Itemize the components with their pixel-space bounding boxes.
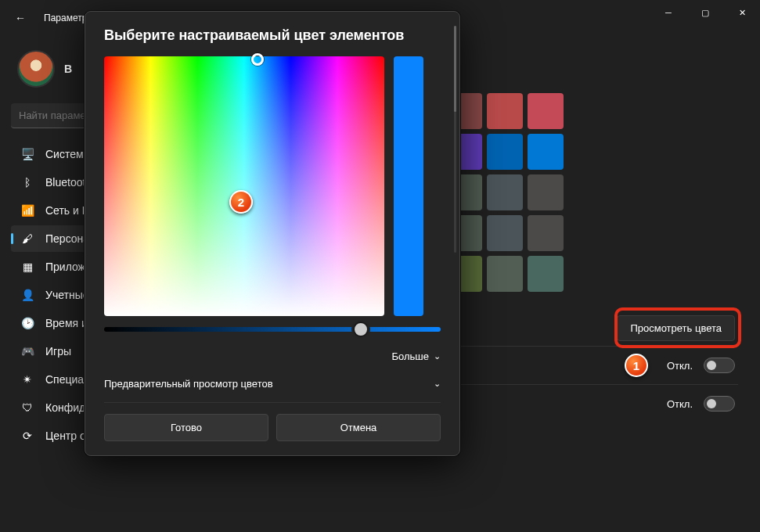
maximize-button[interactable]: ▢ [687, 0, 723, 25]
color-swatch[interactable] [487, 256, 523, 292]
color-swatch[interactable] [528, 134, 564, 170]
modal-title: Выберите настраиваемый цвет элементов [104, 27, 441, 44]
color-swatch[interactable] [487, 93, 523, 129]
nav-icon: 📶 [20, 203, 34, 217]
modal-scrollbar-thumb[interactable] [454, 26, 456, 112]
color-swatch[interactable] [528, 215, 564, 251]
color-swatch[interactable] [528, 93, 564, 129]
color-swatch[interactable] [528, 256, 564, 292]
preview-label: Предварительный просмотр цветов [104, 378, 273, 390]
cancel-button[interactable]: Отмена [276, 414, 441, 441]
nav-icon: ✴ [20, 372, 34, 386]
value-slider[interactable] [104, 327, 441, 333]
toggle-state: Откл. [667, 360, 693, 372]
arrow-left-icon: ← [15, 12, 26, 24]
user-name: В [64, 63, 72, 75]
more-label: Больше [392, 350, 430, 362]
color-picker-modal: Выберите настраиваемый цвет элементов Бо… [85, 11, 460, 456]
color-field[interactable] [104, 56, 384, 316]
avatar [17, 50, 55, 88]
toggle-titlebar[interactable] [704, 396, 735, 412]
ok-button[interactable]: Готово [104, 414, 268, 441]
toggle-state: Откл. [667, 398, 693, 410]
modal-scrollbar[interactable] [454, 26, 456, 253]
modal-buttons: Готово Отмена [104, 402, 441, 441]
hue-bar[interactable] [394, 56, 423, 316]
color-swatch[interactable] [487, 134, 523, 170]
close-icon: ✕ [739, 8, 746, 18]
nav-icon: ⟳ [20, 429, 34, 443]
nav-icon: 🖥️ [20, 147, 34, 161]
toggle-start[interactable] [704, 358, 735, 373]
nav-icon: 👤 [20, 288, 34, 302]
window-controls: ─ ▢ ✕ [650, 0, 760, 25]
nav-icon: 🖌 [20, 232, 34, 246]
value-slider-thumb[interactable] [353, 322, 369, 337]
view-colors-button[interactable]: Просмотреть цвета [617, 315, 735, 341]
nav-icon: ▦ [20, 260, 34, 274]
more-toggle[interactable]: Больше ⌄ [104, 347, 441, 372]
nav-icon: ᛒ [20, 175, 34, 189]
color-indicator[interactable] [251, 53, 264, 66]
annotation-badge-1: 1 [625, 354, 648, 377]
chevron-down-icon: ⌄ [434, 351, 441, 361]
nav-icon: 🛡 [20, 401, 34, 415]
picker-row [104, 56, 441, 316]
maximize-icon: ▢ [701, 8, 709, 18]
color-swatch[interactable] [528, 174, 564, 210]
minimize-icon: ─ [665, 8, 672, 17]
nav-label: Игры [45, 345, 71, 358]
color-swatch[interactable] [487, 215, 523, 251]
annotation-badge-2: 2 [229, 190, 253, 214]
back-button[interactable]: ← [11, 9, 30, 27]
nav-icon: 🕑 [20, 316, 34, 330]
value-slider-track [104, 327, 441, 332]
nav-label: Система [45, 148, 89, 160]
minimize-button[interactable]: ─ [650, 0, 686, 25]
close-button[interactable]: ✕ [724, 0, 760, 25]
nav-icon: 🎮 [20, 344, 34, 358]
preview-row[interactable]: Предварительный просмотр цветов ⌄ [104, 372, 441, 402]
color-swatch[interactable] [487, 174, 523, 210]
chevron-down-icon: ⌄ [434, 379, 441, 389]
